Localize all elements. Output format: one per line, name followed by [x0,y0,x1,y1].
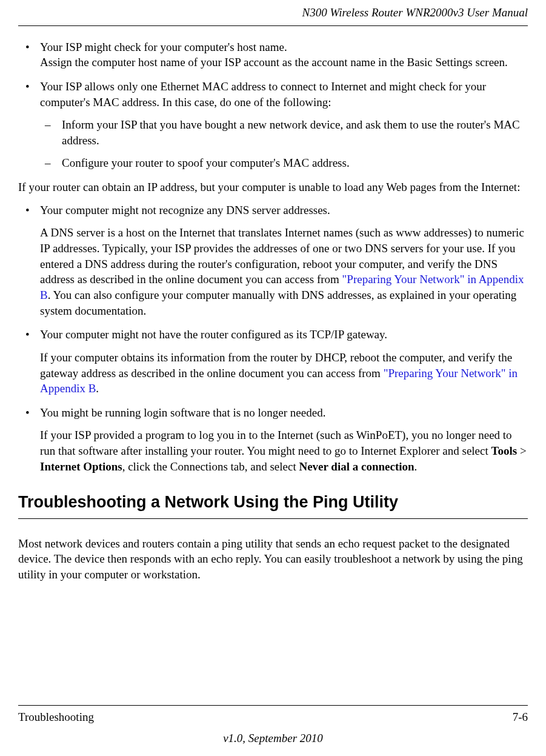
bullet-text: You might be running login software that… [40,406,325,419]
sub-list-item: Configure your router to spoof your comp… [40,155,528,171]
bullet-list-1: Your ISP might check for your computer's… [18,39,528,171]
bullet-detail: A DNS server is a host on the Internet t… [40,225,528,318]
sub-text: Configure your router to spoof your comp… [62,156,350,169]
bullet-text: Your computer might not recognize any DN… [40,204,330,216]
manual-title: N300 Wireless Router WNR2000v3 User Manu… [302,6,528,19]
bullet-text: Your ISP allows only one Ethernet MAC ad… [40,80,486,109]
page-footer: Troubleshooting 7-6 v1.0, September 2010 [18,705,528,746]
page-header: N300 Wireless Router WNR2000v3 User Manu… [18,0,528,26]
list-item: Your computer might not recognize any DN… [18,202,528,318]
page-number: 7-6 [513,709,528,725]
bold-text: Never dial a connection [299,460,414,473]
sub-list-item: Inform your ISP that you have bought a n… [40,117,528,148]
bold-text: Tools [491,444,518,457]
list-item: You might be running login software that… [18,405,528,475]
bullet-text: Your computer might not have the router … [40,328,387,341]
footer-section: Troubleshooting [18,709,94,725]
bullet-extra: Assign the computer host name of your IS… [40,56,508,69]
section-heading: Troubleshooting a Network Using the Ping… [18,491,528,518]
paragraph: If your router can obtain an IP address,… [18,179,528,195]
bold-text: Internet Options [40,460,122,473]
bullet-detail: If your computer obtains its information… [40,350,528,396]
bullet-list-2: Your computer might not recognize any DN… [18,202,528,475]
sub-text: Inform your ISP that you have bought a n… [62,118,520,147]
footer-version: v1.0, September 2010 [18,731,528,746]
paragraph: Most network devices and routers contain… [18,536,528,583]
list-item: Your ISP might check for your computer's… [18,39,528,70]
bullet-text: Your ISP might check for your computer's… [40,41,287,53]
list-item: Your computer might not have the router … [18,327,528,396]
list-item: Your ISP allows only one Ethernet MAC ad… [18,79,528,171]
bullet-detail: If your ISP provided a program to log yo… [40,427,528,474]
sub-list: Inform your ISP that you have bought a n… [40,117,528,171]
